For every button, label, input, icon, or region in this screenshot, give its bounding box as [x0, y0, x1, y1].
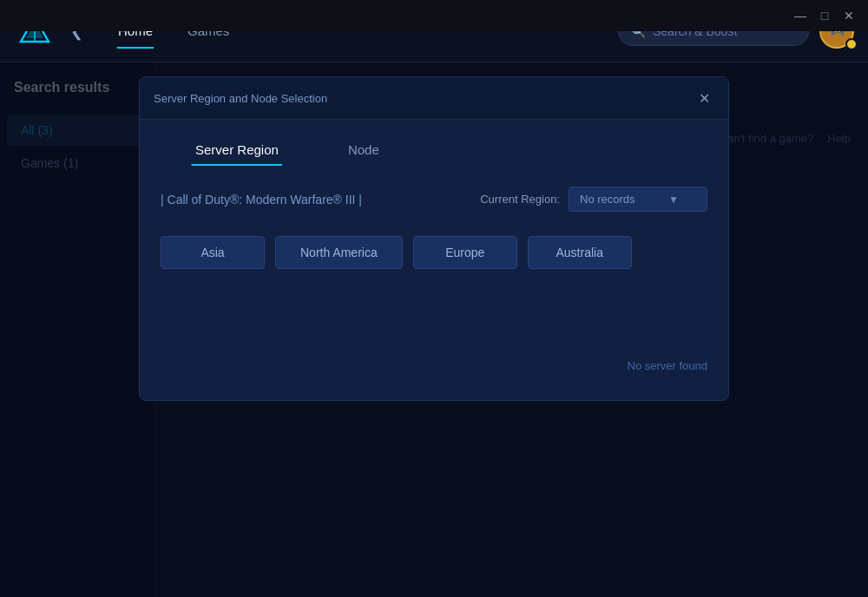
region-btn-australia[interactable]: Australia	[528, 236, 632, 269]
close-button[interactable]: ✕	[837, 3, 861, 28]
region-dropdown[interactable]: No records ▼	[569, 187, 707, 212]
region-select: Current Region: No records ▼	[480, 187, 707, 212]
region-btn-europe[interactable]: Europe	[413, 236, 517, 269]
maximize-button[interactable]: □	[812, 3, 837, 28]
region-btn-asia[interactable]: Asia	[161, 236, 265, 269]
game-row: | Call of Duty®: Modern Warfare® III | C…	[161, 187, 707, 212]
modal-tabs: Server Region Node	[140, 120, 728, 166]
no-server-text: No server found	[161, 290, 707, 379]
minimize-button[interactable]: —	[788, 3, 812, 28]
tab-node[interactable]: Node	[313, 134, 414, 166]
region-dropdown-value: No records	[580, 193, 635, 206]
region-buttons: Asia North America Europe Australia	[161, 236, 707, 269]
app: ❮ Home Games 🔍 Search & Boost 🎮 Search r…	[0, 0, 868, 597]
modal-body: | Call of Duty®: Modern Warfare® III | C…	[140, 166, 728, 400]
modal-header: Server Region and Node Selection ✕	[140, 77, 728, 120]
current-region-label: Current Region:	[480, 193, 560, 206]
dropdown-arrow-icon: ▼	[668, 194, 679, 206]
region-btn-north-america[interactable]: North America	[275, 236, 403, 269]
modal-dialog: Server Region and Node Selection ✕ Serve…	[139, 76, 729, 401]
tab-server-region[interactable]: Server Region	[161, 134, 313, 166]
game-title: | Call of Duty®: Modern Warfare® III |	[161, 193, 362, 207]
titlebar: — □ ✕	[0, 0, 868, 31]
modal-title: Server Region and Node Selection	[154, 92, 327, 105]
modal-close-button[interactable]: ✕	[694, 88, 714, 108]
avatar-badge	[845, 38, 858, 50]
